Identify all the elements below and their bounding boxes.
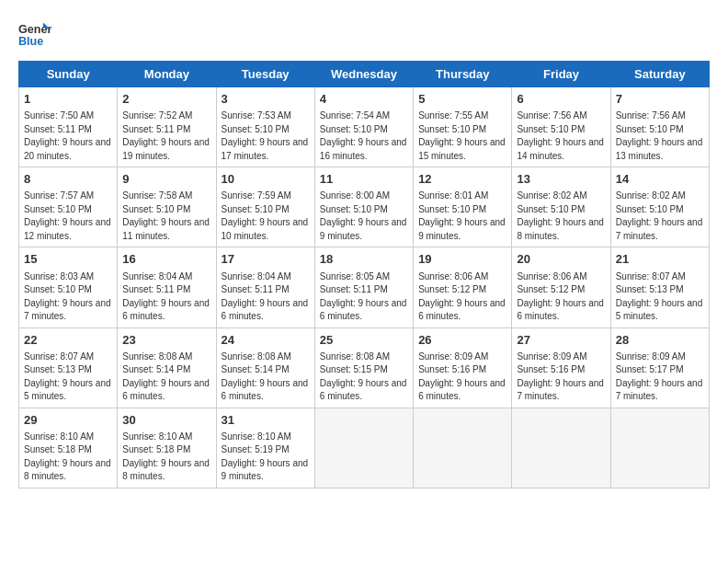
day-cell: 7Sunrise: 7:56 AMSunset: 5:10 PMDaylight… [610,87,709,167]
day-info: Sunrise: 8:08 AMSunset: 5:15 PMDaylight:… [320,350,408,404]
day-number: 12 [418,171,506,188]
week-row-3: 15Sunrise: 8:03 AMSunset: 5:10 PMDayligh… [19,247,710,327]
day-info: Sunrise: 7:56 AMSunset: 5:10 PMDaylight:… [616,109,704,163]
day-info: Sunrise: 7:52 AMSunset: 5:11 PMDaylight:… [122,109,210,163]
day-info: Sunrise: 8:02 AMSunset: 5:10 PMDaylight:… [517,190,605,243]
day-info: Sunrise: 7:59 AMSunset: 5:10 PMDaylight:… [222,190,310,243]
day-cell: 2Sunrise: 7:52 AMSunset: 5:11 PMDaylight… [118,87,216,167]
day-number: 26 [418,332,506,349]
day-cell: 8Sunrise: 7:57 AMSunset: 5:10 PMDaylight… [19,167,118,247]
day-info: Sunrise: 8:08 AMSunset: 5:14 PMDaylight:… [222,350,310,404]
day-cell: 19Sunrise: 8:06 AMSunset: 5:12 PMDayligh… [414,247,512,327]
header-sunday: Sunday [19,62,118,87]
day-number: 15 [24,251,112,268]
day-number: 14 [616,171,704,188]
day-cell: 26Sunrise: 8:09 AMSunset: 5:16 PMDayligh… [414,327,512,408]
day-number: 20 [517,251,605,268]
day-cell: 24Sunrise: 8:08 AMSunset: 5:14 PMDayligh… [216,327,314,408]
day-number: 18 [320,251,408,268]
svg-text:Blue: Blue [18,35,43,48]
day-number: 11 [320,171,408,188]
day-info: Sunrise: 8:10 AMSunset: 5:18 PMDaylight:… [24,431,112,484]
day-number: 27 [517,332,605,349]
day-cell: 14Sunrise: 8:02 AMSunset: 5:10 PMDayligh… [610,167,709,247]
day-info: Sunrise: 8:00 AMSunset: 5:10 PMDaylight:… [320,190,408,243]
day-number: 1 [24,91,112,108]
day-number: 28 [616,332,704,349]
day-number: 29 [24,412,112,429]
header-tuesday: Tuesday [216,62,314,87]
day-info: Sunrise: 8:02 AMSunset: 5:10 PMDaylight:… [616,190,704,243]
day-info: Sunrise: 8:09 AMSunset: 5:16 PMDaylight:… [418,350,506,404]
day-info: Sunrise: 8:06 AMSunset: 5:12 PMDaylight:… [517,270,605,324]
header-monday: Monday [118,62,216,87]
week-row-2: 8Sunrise: 7:57 AMSunset: 5:10 PMDaylight… [19,167,710,247]
day-info: Sunrise: 7:54 AMSunset: 5:10 PMDaylight:… [320,109,408,163]
week-row-5: 29Sunrise: 8:10 AMSunset: 5:18 PMDayligh… [19,408,710,488]
day-cell: 30Sunrise: 8:10 AMSunset: 5:18 PMDayligh… [118,408,216,488]
week-row-4: 22Sunrise: 8:07 AMSunset: 5:13 PMDayligh… [19,327,710,408]
day-cell: 31Sunrise: 8:10 AMSunset: 5:19 PMDayligh… [216,408,314,488]
day-number: 8 [24,171,112,188]
day-cell: 1Sunrise: 7:50 AMSunset: 5:11 PMDaylight… [19,87,118,167]
day-cell [414,408,512,488]
day-info: Sunrise: 8:07 AMSunset: 5:13 PMDaylight:… [616,270,704,324]
day-info: Sunrise: 8:08 AMSunset: 5:14 PMDaylight:… [122,350,210,404]
day-cell: 11Sunrise: 8:00 AMSunset: 5:10 PMDayligh… [314,167,413,247]
day-info: Sunrise: 8:10 AMSunset: 5:19 PMDaylight:… [222,431,310,484]
day-cell: 16Sunrise: 8:04 AMSunset: 5:11 PMDayligh… [118,247,216,327]
day-info: Sunrise: 8:10 AMSunset: 5:18 PMDaylight:… [122,431,210,484]
day-number: 23 [122,332,210,349]
day-cell: 27Sunrise: 8:09 AMSunset: 5:16 PMDayligh… [512,327,610,408]
day-number: 2 [122,91,210,108]
day-number: 13 [517,171,605,188]
header-row: SundayMondayTuesdayWednesdayThursdayFrid… [19,62,710,87]
day-number: 5 [418,91,506,108]
day-cell: 12Sunrise: 8:01 AMSunset: 5:10 PMDayligh… [414,167,512,247]
day-info: Sunrise: 7:57 AMSunset: 5:10 PMDaylight:… [24,190,112,243]
day-info: Sunrise: 7:58 AMSunset: 5:10 PMDaylight:… [122,190,210,243]
day-cell: 15Sunrise: 8:03 AMSunset: 5:10 PMDayligh… [19,247,118,327]
logo: General Blue [18,18,51,52]
day-cell: 17Sunrise: 8:04 AMSunset: 5:11 PMDayligh… [216,247,314,327]
day-cell: 22Sunrise: 8:07 AMSunset: 5:13 PMDayligh… [19,327,118,408]
day-cell: 21Sunrise: 8:07 AMSunset: 5:13 PMDayligh… [610,247,709,327]
day-number: 22 [24,332,112,349]
day-info: Sunrise: 8:05 AMSunset: 5:11 PMDaylight:… [320,270,408,324]
day-number: 3 [222,91,310,108]
day-info: Sunrise: 8:04 AMSunset: 5:11 PMDaylight:… [122,270,210,324]
day-number: 21 [616,251,704,268]
day-number: 7 [616,91,704,108]
day-number: 6 [517,91,605,108]
day-info: Sunrise: 8:07 AMSunset: 5:13 PMDaylight:… [24,350,112,404]
day-cell: 13Sunrise: 8:02 AMSunset: 5:10 PMDayligh… [512,167,610,247]
day-cell [314,408,413,488]
logo-icon: General Blue [18,18,51,52]
header-saturday: Saturday [610,62,709,87]
day-cell: 29Sunrise: 8:10 AMSunset: 5:18 PMDayligh… [19,408,118,488]
day-cell: 4Sunrise: 7:54 AMSunset: 5:10 PMDaylight… [314,87,413,167]
day-number: 24 [222,332,310,349]
day-number: 10 [222,171,310,188]
day-cell: 5Sunrise: 7:55 AMSunset: 5:10 PMDaylight… [414,87,512,167]
day-cell: 20Sunrise: 8:06 AMSunset: 5:12 PMDayligh… [512,247,610,327]
day-cell [512,408,610,488]
week-row-1: 1Sunrise: 7:50 AMSunset: 5:11 PMDaylight… [19,87,710,167]
day-cell: 6Sunrise: 7:56 AMSunset: 5:10 PMDaylight… [512,87,610,167]
day-info: Sunrise: 7:53 AMSunset: 5:10 PMDaylight:… [222,109,310,163]
header-wednesday: Wednesday [314,62,413,87]
day-number: 16 [122,251,210,268]
day-info: Sunrise: 7:50 AMSunset: 5:11 PMDaylight:… [24,109,112,163]
day-cell: 18Sunrise: 8:05 AMSunset: 5:11 PMDayligh… [314,247,413,327]
day-info: Sunrise: 8:06 AMSunset: 5:12 PMDaylight:… [418,270,506,324]
day-cell: 3Sunrise: 7:53 AMSunset: 5:10 PMDaylight… [216,87,314,167]
day-number: 25 [320,332,408,349]
day-info: Sunrise: 7:55 AMSunset: 5:10 PMDaylight:… [418,109,506,163]
day-number: 17 [222,251,310,268]
day-info: Sunrise: 7:56 AMSunset: 5:10 PMDaylight:… [517,109,605,163]
day-number: 31 [222,412,310,429]
day-cell: 10Sunrise: 7:59 AMSunset: 5:10 PMDayligh… [216,167,314,247]
day-cell: 28Sunrise: 8:09 AMSunset: 5:17 PMDayligh… [610,327,709,408]
day-info: Sunrise: 8:09 AMSunset: 5:17 PMDaylight:… [616,350,704,404]
day-cell: 25Sunrise: 8:08 AMSunset: 5:15 PMDayligh… [314,327,413,408]
